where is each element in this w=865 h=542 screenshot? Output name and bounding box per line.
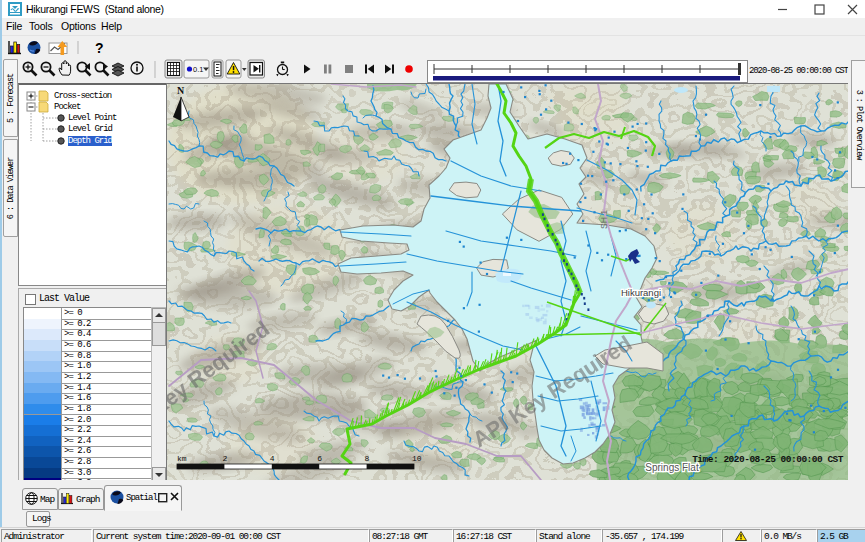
svg-text:Hikurangi: Hikurangi [621, 287, 661, 298]
svg-text:km: km [177, 454, 187, 463]
svg-text:Springs Flat: Springs Flat [645, 462, 699, 473]
svg-text:4: 4 [270, 454, 275, 463]
svg-text:SH 1: SH 1 [599, 210, 609, 229]
svg-text:8: 8 [365, 454, 370, 463]
svg-text:N: N [177, 85, 185, 96]
svg-text:Time: 2020-08-25 00:00:00 CST: Time: 2020-08-25 00:00:00 CST [692, 454, 844, 465]
svg-text:6: 6 [317, 454, 322, 463]
svg-text:10: 10 [412, 454, 422, 463]
svg-text:2: 2 [222, 454, 227, 463]
svg-text:?: ? [95, 40, 104, 55]
svg-text:0.1: 0.1 [193, 65, 203, 74]
